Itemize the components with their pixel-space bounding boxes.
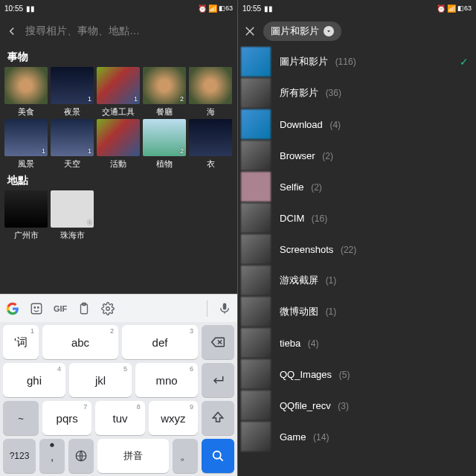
key-wxyz[interactable]: 9wxyz — [149, 401, 198, 435]
thumb-food[interactable]: 美食 — [4, 67, 48, 118]
key-symbols[interactable]: ?123 — [3, 439, 36, 473]
album-row[interactable]: tieba (4) — [238, 327, 476, 358]
key-tuv[interactable]: 8tuv — [95, 401, 144, 435]
key-space[interactable]: 拼音 — [97, 439, 169, 473]
album-row[interactable]: Screenshots (22) — [238, 234, 476, 265]
album-row[interactable]: QQ_Images (5) — [238, 358, 476, 390]
status-icon-r: ▮▮ — [264, 4, 271, 12]
album-row[interactable]: 游戏截屏 (1) — [238, 265, 476, 296]
thumb-restaurant[interactable]: 2餐廳 — [143, 67, 186, 118]
keyboard: GIF 1'词 2abc 3def 4ghi 5jkl 6mno — [0, 294, 237, 476]
sticker-icon[interactable] — [30, 302, 43, 315]
thumb-transport[interactable]: 1交通工具 — [97, 67, 140, 118]
status-bar-r: 10:55 ▮▮ ⏰ 📶 ◧63 — [238, 0, 476, 16]
key-ghi[interactable]: 4ghi — [3, 363, 65, 397]
key-comma[interactable]: ☻, — [39, 439, 65, 473]
alarm-icon: ⏰ — [198, 4, 205, 12]
search-input[interactable]: 搜尋相片、事物、地點… — [25, 25, 233, 38]
album-row[interactable]: 所有影片 (36) — [238, 77, 476, 109]
key-period[interactable]: 。 — [173, 439, 198, 473]
key-backspace[interactable] — [202, 325, 234, 359]
key-abc[interactable]: 2abc — [42, 325, 118, 359]
settings-icon[interactable] — [101, 302, 115, 315]
keyboard-toolbar: GIF — [0, 294, 237, 322]
svg-point-9 — [213, 451, 221, 459]
toolbar-divider — [207, 300, 208, 317]
section-places: 地點 — [0, 170, 237, 189]
key-def[interactable]: 3def — [122, 325, 198, 359]
alarm-icon-r: ⏰ — [437, 4, 444, 12]
chevron-down-icon — [324, 26, 334, 36]
check-icon: ✓ — [460, 56, 469, 68]
status-time: 10:55 — [4, 4, 23, 13]
albums-header: 圖片和影片 — [238, 16, 476, 46]
album-row[interactable]: Selfie (2) — [238, 171, 476, 202]
search-header: 搜尋相片、事物、地點… — [0, 16, 237, 46]
albums-list[interactable]: 圖片和影片 (116)✓ 所有影片 (36) Download (4) Brow… — [238, 46, 476, 476]
key-shift[interactable] — [202, 401, 234, 435]
svg-point-1 — [34, 306, 36, 308]
status-time-r: 10:55 — [242, 4, 261, 13]
close-icon[interactable] — [242, 24, 257, 39]
thumb-plant[interactable]: 2植物 — [143, 119, 186, 170]
album-row[interactable]: QQfile_recv (3) — [238, 390, 476, 421]
album-row[interactable]: Browser (2) — [238, 140, 476, 171]
signal-icon-r: 📶 — [447, 4, 454, 12]
key-tilde[interactable]: ~ — [3, 401, 39, 435]
thumb-scenery[interactable]: 1風景 — [4, 119, 48, 170]
section-things: 事物 — [0, 46, 237, 65]
album-row[interactable]: Download (4) — [238, 109, 476, 140]
key-mno[interactable]: 6mno — [135, 363, 198, 397]
thumb-zhuhai[interactable]: 8珠海市 — [51, 190, 94, 241]
thumb-clothes[interactable]: 衣 — [189, 119, 232, 170]
status-icon: ▮▮ — [26, 4, 33, 12]
key-jkl[interactable]: 5jkl — [69, 363, 132, 397]
back-icon[interactable] — [4, 24, 19, 39]
album-row[interactable]: DCIM (16) — [238, 202, 476, 234]
key-quote[interactable]: 1'词 — [3, 325, 39, 359]
thumb-event[interactable]: 活動 — [97, 119, 140, 170]
battery-text: ◧63 — [219, 4, 233, 12]
key-search[interactable] — [202, 439, 234, 473]
svg-line-10 — [220, 458, 223, 461]
phone-right: 10:55 ▮▮ ⏰ 📶 ◧63 圖片和影片 圖片和影片 (116)✓ 所有影片… — [238, 0, 476, 476]
key-enter[interactable] — [202, 363, 234, 397]
things-row-1: 美食 1夜景 1交通工具 2餐廳 海 — [0, 65, 237, 118]
status-bar: 10:55 ▮▮ ⏰ 📶 ◧63 — [0, 0, 237, 16]
signal-icon: 📶 — [208, 4, 216, 12]
key-pqrs[interactable]: 7pqrs — [42, 401, 91, 435]
phone-left: 10:55 ▮▮ ⏰ 📶 ◧63 搜尋相片、事物、地點… 事物 美食 1夜景 1… — [0, 0, 238, 476]
thumb-sea[interactable]: 海 — [189, 67, 232, 118]
clipboard-icon[interactable] — [77, 302, 91, 315]
album-row[interactable]: 微博动图 (1) — [238, 296, 476, 327]
album-row[interactable]: 圖片和影片 (116)✓ — [238, 46, 476, 77]
svg-point-2 — [38, 306, 39, 308]
thumb-night[interactable]: 1夜景 — [51, 67, 94, 118]
gif-button[interactable]: GIF — [54, 304, 67, 313]
svg-marker-13 — [327, 30, 330, 32]
battery-text-r: ◧63 — [457, 4, 472, 12]
places-row: 广州市 8珠海市 — [0, 189, 237, 241]
album-row[interactable]: Game (14) — [238, 421, 476, 452]
svg-rect-0 — [31, 303, 42, 314]
thumb-sky[interactable]: 1天空 — [51, 119, 94, 170]
things-row-2: 1風景 1天空 活動 2植物 衣 — [0, 118, 237, 170]
svg-point-5 — [106, 306, 110, 310]
albums-dropdown[interactable]: 圖片和影片 — [263, 22, 341, 41]
google-logo-icon[interactable] — [6, 302, 19, 315]
mic-icon[interactable] — [218, 302, 231, 315]
thumb-guangzhou[interactable]: 广州市 — [4, 190, 48, 241]
key-globe[interactable] — [68, 439, 94, 473]
